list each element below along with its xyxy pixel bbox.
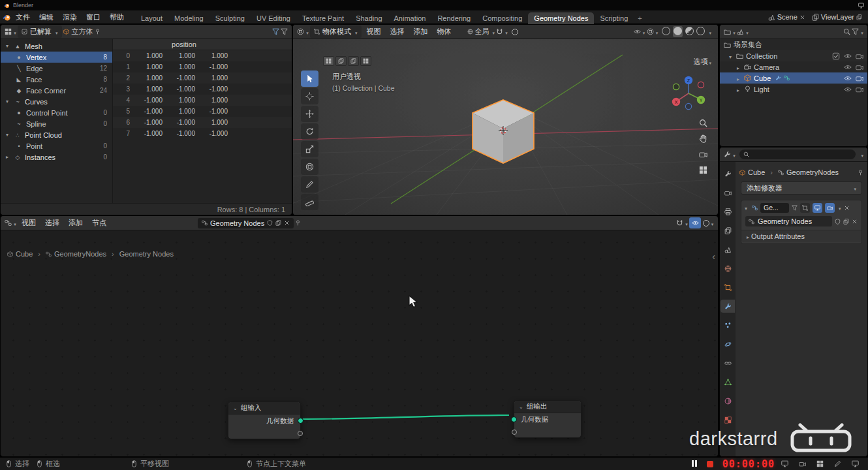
snap-toggle[interactable]: [496, 26, 508, 37]
table-header[interactable]: position: [113, 39, 292, 50]
shading-wireframe-button[interactable]: [662, 27, 670, 37]
display-icon[interactable]: [852, 460, 859, 467]
table-row[interactable]: 11.0001.000-1.000: [113, 61, 292, 72]
domain-vertex[interactable]: ● Vertex 8: [1, 52, 112, 63]
outliner-row-light[interactable]: Light: [720, 84, 867, 95]
path-tree[interactable]: Geometry Nodes: [119, 250, 174, 258]
pin-icon[interactable]: [95, 29, 101, 35]
gizmo-minus-x[interactable]: [698, 82, 704, 87]
outliner-display-mode-button[interactable]: [737, 26, 749, 37]
expand-icon[interactable]: [737, 63, 741, 71]
gizmo-minus-y[interactable]: [673, 84, 679, 89]
domain-edge[interactable]: ╲ Edge 12: [1, 63, 112, 74]
fake-user-shield-icon[interactable]: [267, 220, 273, 226]
select-mode-subtract-button[interactable]: [348, 56, 359, 66]
fake-user-shield-icon[interactable]: [835, 219, 841, 225]
geometry-input-socket[interactable]: [511, 416, 517, 422]
table-row[interactable]: 01.0001.0001.000: [113, 50, 292, 61]
group-input-title[interactable]: 组输入: [228, 402, 300, 415]
table-row[interactable]: 7-1.000-1.000-1.000: [113, 128, 292, 139]
pan-hand-icon[interactable]: [699, 134, 707, 143]
camera-view-icon[interactable]: [699, 150, 707, 159]
unlink-node-tree-icon[interactable]: [284, 220, 290, 226]
tab-texture-paint[interactable]: Texture Paint: [296, 12, 350, 24]
options-dropdown[interactable]: 选项: [693, 57, 711, 67]
group-instances[interactable]: ◇ Instances 0: [1, 151, 112, 163]
select-mode-extend-button[interactable]: [335, 56, 347, 66]
tab-scripting[interactable]: Scripting: [594, 12, 634, 24]
tool-select-box[interactable]: [301, 70, 318, 87]
tab-texture[interactable]: [721, 413, 735, 426]
group-curves[interactable]: ~ Curves: [1, 96, 112, 107]
node-tree-field[interactable]: Geometry Nodes: [745, 216, 832, 227]
add-modifier-button[interactable]: 添加修改器: [741, 181, 862, 195]
outliner-row-cube[interactable]: Cube: [720, 72, 867, 84]
spreadsheet-dataset-dropdown[interactable]: 已解算: [18, 25, 62, 38]
spreadsheet-editor-type-button[interactable]: [5, 26, 16, 37]
tab-compositing[interactable]: Compositing: [476, 12, 528, 24]
pin-node-tree-icon[interactable]: [295, 220, 301, 226]
orientation-dropdown[interactable]: 全局: [467, 27, 495, 37]
delete-modifier-icon[interactable]: [844, 205, 850, 211]
scene-unlink-icon[interactable]: [799, 14, 805, 20]
zoom-icon[interactable]: [699, 119, 707, 127]
outliner-filter-button[interactable]: [852, 26, 863, 37]
hide-eye-icon[interactable]: [844, 86, 852, 93]
collection-checkbox-icon[interactable]: [832, 52, 840, 60]
outliner-editor-type-button[interactable]: [724, 26, 736, 37]
group-output-title[interactable]: 组输出: [514, 401, 581, 413]
render-display-toggle[interactable]: [825, 203, 835, 213]
tab-output[interactable]: [721, 205, 735, 218]
group-output-node[interactable]: 组输出 几何数据: [514, 400, 581, 438]
menu-edit[interactable]: 编辑: [35, 11, 58, 24]
viewport-canvas[interactable]: 用户透视 (1) Collection | Cube 选项: [293, 39, 718, 215]
photo-icon[interactable]: [816, 460, 824, 467]
domain-spline[interactable]: ~ Spline 0: [1, 118, 112, 129]
filter-toggle-icon[interactable]: [272, 28, 279, 35]
menu-file[interactable]: 文件: [11, 11, 35, 24]
viewport-menu-add[interactable]: 添加: [410, 25, 432, 38]
tab-view-layer[interactable]: [721, 224, 735, 237]
tab-material[interactable]: [721, 394, 735, 407]
outliner-row-scene-collection[interactable]: 场景集合: [720, 39, 867, 50]
properties-search-input[interactable]: [739, 149, 856, 159]
disable-render-icon[interactable]: [856, 52, 863, 60]
tab-object[interactable]: [721, 281, 735, 294]
viewport-editor-type-button[interactable]: [297, 26, 309, 37]
gizmo-y-label[interactable]: Y: [700, 98, 703, 102]
recorder-tray-icon[interactable]: [858, 3, 864, 8]
node-options-toggle[interactable]: [702, 217, 714, 228]
tab-particles[interactable]: [721, 319, 735, 332]
collapse-icon[interactable]: [745, 204, 749, 212]
outliner-row-collection[interactable]: Collection: [720, 50, 867, 61]
sidebar-collapse-chevron[interactable]: ‹: [712, 251, 715, 262]
group-mesh[interactable]: ▲ Mesh: [1, 40, 112, 52]
table-row[interactable]: 21.000-1.0001.000: [113, 72, 292, 84]
gizmo-z-label[interactable]: Z: [687, 78, 690, 83]
show-gizmo-toggle[interactable]: [646, 26, 658, 37]
gizmo-x-label[interactable]: X: [675, 100, 678, 104]
tool-cursor[interactable]: [301, 88, 318, 104]
disable-render-icon[interactable]: [856, 86, 863, 93]
viewlayer-selector[interactable]: ViewLayer: [809, 12, 865, 22]
scene-selector[interactable]: Scene: [765, 12, 809, 22]
tool-scale[interactable]: [301, 141, 318, 157]
expand-icon[interactable]: [737, 86, 741, 93]
domain-face[interactable]: ◣ Face 8: [1, 74, 112, 85]
viewport-menu-select[interactable]: 选择: [386, 25, 409, 38]
tool-measure[interactable]: [301, 194, 318, 210]
tab-geometry-nodes[interactable]: Geometry Nodes: [528, 12, 594, 24]
tool-annotate[interactable]: [301, 176, 318, 193]
path-object[interactable]: Cube: [16, 250, 33, 258]
show-overlays-toggle[interactable]: [633, 26, 645, 37]
output-attributes-subpanel[interactable]: Output Attributes: [741, 230, 861, 242]
breadcrumb-modifier[interactable]: GeometryNodes: [786, 168, 839, 176]
viewlayer-new-icon[interactable]: [856, 14, 862, 20]
table-row[interactable]: 6-1.000-1.0001.000: [113, 117, 292, 128]
unlink-tree-icon[interactable]: [852, 219, 858, 225]
tab-modifiers[interactable]: [721, 300, 735, 313]
geometry-output-socket[interactable]: [298, 418, 303, 424]
tab-world[interactable]: [721, 262, 735, 275]
shading-material-button[interactable]: [685, 27, 694, 37]
tab-sculpting[interactable]: Sculpting: [209, 12, 251, 24]
